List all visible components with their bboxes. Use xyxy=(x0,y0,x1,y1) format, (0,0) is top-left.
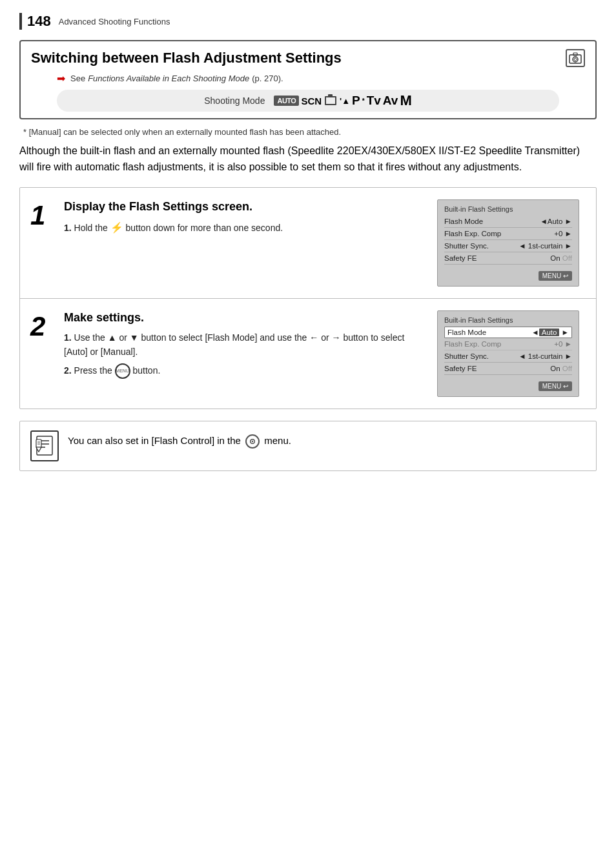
step-2-sub-1: 1. Use the ▲ or ▼ button to select [Flas… xyxy=(64,330,420,359)
title-row: Switching between Flash Adjustment Setti… xyxy=(31,49,585,67)
screen-2-label-4: Safety FE xyxy=(444,365,550,372)
screen-1-value-2: +0 ► xyxy=(554,230,572,237)
camera-screen-2: Built-in Flash Settings Flash Mode ◄Auto… xyxy=(437,310,579,397)
tip-menu-icon xyxy=(245,434,260,449)
camera-bump xyxy=(328,94,333,97)
highlight-auto: Auto xyxy=(539,328,560,336)
screen-1-value-1: ◄Auto ► xyxy=(540,217,572,225)
step-2-screen: Built-in Flash Settings Flash Mode ◄Auto… xyxy=(431,310,586,397)
svg-point-14 xyxy=(252,440,253,441)
mode-symbols: AUTO SCN '▲ P* Tv Av M xyxy=(274,92,411,109)
mode-scn: SCN xyxy=(301,96,322,106)
note-icon xyxy=(36,436,54,456)
screen-2-value-4: On Off xyxy=(550,365,572,372)
screen-2-value-3: ◄ 1st-curtain ► xyxy=(518,352,572,360)
menu-label: MENU xyxy=(116,367,129,374)
screen-1-label-2: Flash Exp. Comp xyxy=(444,230,554,237)
arrow-right-icon: ➡ xyxy=(57,72,65,85)
screen-2-menu-btn: MENU ↩ xyxy=(539,381,572,391)
step-1-row: 1 Display the Flash Settings screen. 1. … xyxy=(20,188,596,299)
body-text: Although the built-in flash and an exter… xyxy=(19,143,597,176)
screen-2-row-4: Safety FE On Off xyxy=(444,363,572,375)
screen-1-row-1: Flash Mode ◄Auto ► xyxy=(444,216,572,228)
see-also-suffix: (p. 270). xyxy=(252,74,283,83)
step-2-instruction: 1. Use the ▲ or ▼ button to select [Flas… xyxy=(64,330,420,379)
title-section: Switching between Flash Adjustment Setti… xyxy=(19,40,597,119)
shooting-mode-row: Shooting Mode AUTO SCN '▲ P* Tv Av M xyxy=(57,90,559,112)
camera-screen-1: Built-in Flash Settings Flash Mode ◄Auto… xyxy=(437,199,579,287)
screen-1-label-1: Flash Mode xyxy=(444,217,540,225)
menu-circle-icon: MENU xyxy=(115,363,130,379)
screen-2-value-1: ◄Auto ► xyxy=(531,328,569,336)
step-1-sub-1: 1. Hold the ⚡ button down for more than … xyxy=(64,219,420,236)
mode-p: P xyxy=(352,94,360,108)
tip-icon xyxy=(30,430,59,461)
mode-tv: Tv xyxy=(367,94,381,108)
screen-2-label-3: Shutter Sync. xyxy=(444,352,518,360)
step-1-instruction: 1. Hold the ⚡ button down for more than … xyxy=(64,219,420,236)
screen-1-row-3: Shutter Sync. ◄ 1st-curtain ► xyxy=(444,240,572,252)
screen-1-row-4: Safety FE On Off xyxy=(444,252,572,265)
mode-person: '▲ xyxy=(340,96,350,106)
screen-2-value-2: +0 ► xyxy=(554,340,572,348)
screen-1-row-2: Flash Exp. Comp +0 ► xyxy=(444,228,572,240)
mode-auto: AUTO xyxy=(274,96,299,106)
step-2-sub-2: 2. Press the MENU button. xyxy=(64,363,420,379)
mode-asterisk: * xyxy=(362,97,365,105)
shooting-mode-label: Shooting Mode xyxy=(204,96,265,106)
see-also-prefix: See xyxy=(70,74,85,83)
step-1-num: 1. xyxy=(64,223,72,233)
screen-1-menu-btn: MENU ↩ xyxy=(539,271,572,281)
flash-icon: ⚡ xyxy=(110,219,123,236)
step-1-content: Display the Flash Settings screen. 1. Ho… xyxy=(64,199,420,240)
screen-2-row-2: Flash Exp. Comp +0 ► xyxy=(444,338,572,350)
see-also: ➡ See Functions Available in Each Shooti… xyxy=(31,72,585,85)
screen-1-title: Built-in Flash Settings xyxy=(444,205,572,213)
svg-point-2 xyxy=(573,57,578,62)
screen-2-label-1: Flash Mode xyxy=(447,328,531,336)
screen-2-row-3: Shutter Sync. ◄ 1st-curtain ► xyxy=(444,350,572,363)
step-2-row: 2 Make settings. 1. Use the ▲ or ▼ butto… xyxy=(20,299,596,409)
see-also-link: Functions Available in Each Shooting Mod… xyxy=(88,74,249,83)
screen-1-label-3: Shutter Sync. xyxy=(444,242,518,250)
page-header: 148 Advanced Shooting Functions xyxy=(19,13,597,30)
camera-icon-box xyxy=(566,49,585,67)
step-2-num-1: 1. xyxy=(64,332,72,343)
step-1-title: Display the Flash Settings screen. xyxy=(64,199,420,214)
svg-rect-8 xyxy=(36,439,41,447)
mode-cam-icon xyxy=(325,96,336,105)
page-container: 148 Advanced Shooting Functions Switchin… xyxy=(0,0,616,868)
screen-1-value-3: ◄ 1st-curtain ► xyxy=(518,242,572,250)
screen-2-title: Built-in Flash Settings xyxy=(444,316,572,324)
mode-av: Av xyxy=(383,94,398,108)
page-breadcrumb: Advanced Shooting Functions xyxy=(59,17,170,26)
svg-point-3 xyxy=(574,58,577,61)
mode-m: M xyxy=(400,92,411,109)
step-2-num-2: 2. xyxy=(64,365,72,376)
step-1-number: 1 xyxy=(30,199,54,229)
step-1-screen: Built-in Flash Settings Flash Mode ◄Auto… xyxy=(431,199,586,287)
steps-container: 1 Display the Flash Settings screen. 1. … xyxy=(19,187,597,409)
step-2-title: Make settings. xyxy=(64,310,420,325)
note-text: * [Manual] can be selected only when an … xyxy=(23,127,597,137)
step-2-content: Make settings. 1. Use the ▲ or ▼ button … xyxy=(64,310,420,383)
camera-icon xyxy=(569,52,582,64)
screen-2-label-2: Flash Exp. Comp xyxy=(444,340,554,348)
svg-rect-1 xyxy=(573,53,577,56)
page-title: Switching between Flash Adjustment Setti… xyxy=(31,50,559,66)
page-number: 148 xyxy=(27,13,51,30)
screen-1-value-4: On Off xyxy=(550,254,572,262)
tip-box: You can also set in [Flash Control] in t… xyxy=(19,421,597,471)
dot-icon xyxy=(248,437,257,446)
screen-2-row-1: Flash Mode ◄Auto ► xyxy=(444,327,572,338)
screen-1-label-4: Safety FE xyxy=(444,254,550,262)
tip-text: You can also set in [Flash Control] in t… xyxy=(68,430,291,449)
step-2-number: 2 xyxy=(30,310,54,340)
